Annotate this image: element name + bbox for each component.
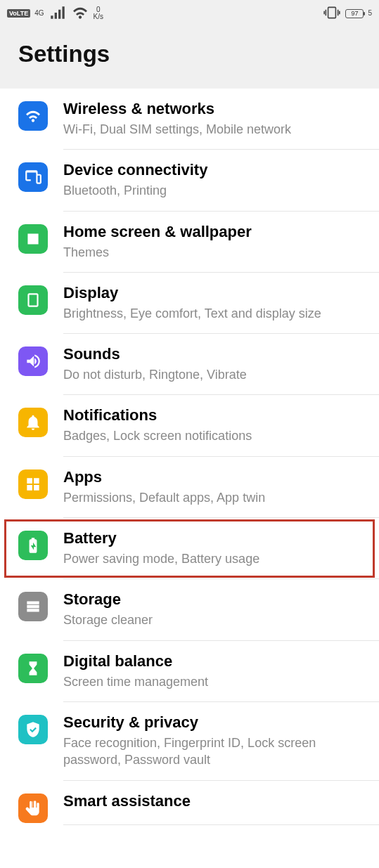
status-bar: VoLTE 4G 0 K/s 97 5 — [0, 0, 379, 27]
item-title: Device connectivity — [63, 161, 372, 179]
item-body: Smart assistance — [63, 792, 379, 825]
settings-list: Wireless & networksWi-Fi, Dual SIM setti… — [0, 89, 379, 834]
wifi-status-icon — [71, 4, 89, 24]
item-title: Notifications — [63, 406, 372, 425]
item-subtitle: Badges, Lock screen notifications — [63, 427, 372, 444]
hourglass-icon — [18, 654, 48, 683]
item-subtitle: Themes — [63, 244, 372, 261]
item-subtitle: Storage cleaner — [63, 611, 372, 628]
item-body: Security & privacyFace recognition, Fing… — [63, 713, 379, 781]
item-body: Device connectivityBluetooth, Printing — [63, 161, 379, 211]
item-title: Storage — [63, 590, 372, 609]
item-body: SoundsDo not disturb, Ringtone, Vibrate — [63, 345, 379, 395]
settings-item-sounds[interactable]: SoundsDo not disturb, Ringtone, Vibrate — [0, 334, 379, 395]
item-title: Smart assistance — [63, 792, 372, 810]
battery-icon — [18, 531, 48, 560]
item-subtitle: Bluetooth, Printing — [63, 182, 372, 199]
item-title: Sounds — [63, 345, 372, 363]
vibrate-icon — [323, 4, 341, 24]
settings-item-wireless-networks[interactable]: Wireless & networksWi-Fi, Dual SIM setti… — [0, 89, 379, 150]
signal-icon — [49, 4, 67, 24]
item-subtitle: Screen time management — [63, 673, 372, 690]
devices-icon — [18, 162, 48, 192]
apps-icon — [18, 469, 48, 499]
status-right: 97 5 — [323, 4, 372, 24]
settings-item-smart-assistance[interactable]: Smart assistance — [0, 781, 379, 834]
settings-item-apps[interactable]: AppsPermissions, Default apps, App twin — [0, 457, 379, 518]
item-body: Digital balanceScreen time management — [63, 652, 379, 702]
settings-item-storage[interactable]: StorageStorage cleaner — [0, 579, 379, 640]
battery-status-icon: 97 — [345, 9, 364, 18]
settings-item-digital-balance[interactable]: Digital balanceScreen time management — [0, 641, 379, 702]
wifi-icon — [18, 101, 48, 131]
bell-icon — [18, 408, 48, 437]
storage-icon — [18, 592, 48, 621]
net-speed: 0 K/s — [94, 6, 103, 20]
status-extra: 5 — [368, 10, 372, 17]
item-subtitle: Face recognition, Fingerprint ID, Lock s… — [63, 734, 372, 769]
item-title: Battery — [63, 529, 372, 548]
shield-icon — [18, 715, 48, 744]
item-body: DisplayBrightness, Eye comfort, Text and… — [63, 284, 379, 334]
item-title: Digital balance — [63, 652, 372, 671]
item-body: AppsPermissions, Default apps, App twin — [63, 468, 379, 518]
item-body: NotificationsBadges, Lock screen notific… — [63, 406, 379, 456]
item-title: Security & privacy — [63, 713, 372, 732]
item-title: Home screen & wallpaper — [63, 223, 372, 241]
display-icon — [18, 285, 48, 315]
item-body: StorageStorage cleaner — [63, 590, 379, 640]
item-subtitle: Wi-Fi, Dual SIM settings, Mobile network — [63, 121, 372, 138]
item-body: BatteryPower saving mode, Battery usage — [63, 529, 379, 579]
settings-item-home-screen-wallpaper[interactable]: Home screen & wallpaperThemes — [0, 212, 379, 273]
settings-item-device-connectivity[interactable]: Device connectivityBluetooth, Printing — [0, 150, 379, 211]
item-subtitle: Brightness, Eye comfort, Text and displa… — [63, 305, 372, 322]
item-subtitle: Do not disturb, Ringtone, Vibrate — [63, 366, 372, 383]
sound-icon — [18, 346, 48, 376]
volte-badge: VoLTE — [7, 9, 30, 18]
item-title: Wireless & networks — [63, 100, 372, 118]
item-subtitle: Permissions, Default apps, App twin — [63, 489, 372, 506]
item-body: Home screen & wallpaperThemes — [63, 223, 379, 273]
item-subtitle: Power saving mode, Battery usage — [63, 550, 372, 567]
item-title: Apps — [63, 468, 372, 486]
status-left: VoLTE 4G 0 K/s — [7, 4, 103, 24]
settings-item-battery[interactable]: BatteryPower saving mode, Battery usage — [0, 518, 379, 579]
page-header: Settings — [0, 27, 379, 89]
page-title: Settings — [18, 41, 361, 67]
item-title: Display — [63, 284, 372, 302]
wallpaper-icon — [18, 224, 48, 254]
item-body: Wireless & networksWi-Fi, Dual SIM setti… — [63, 100, 379, 150]
settings-item-notifications[interactable]: NotificationsBadges, Lock screen notific… — [0, 395, 379, 456]
network-type: 4G — [34, 10, 44, 17]
settings-item-display[interactable]: DisplayBrightness, Eye comfort, Text and… — [0, 273, 379, 334]
settings-item-security-privacy[interactable]: Security & privacyFace recognition, Fing… — [0, 702, 379, 781]
hand-icon — [18, 793, 48, 823]
